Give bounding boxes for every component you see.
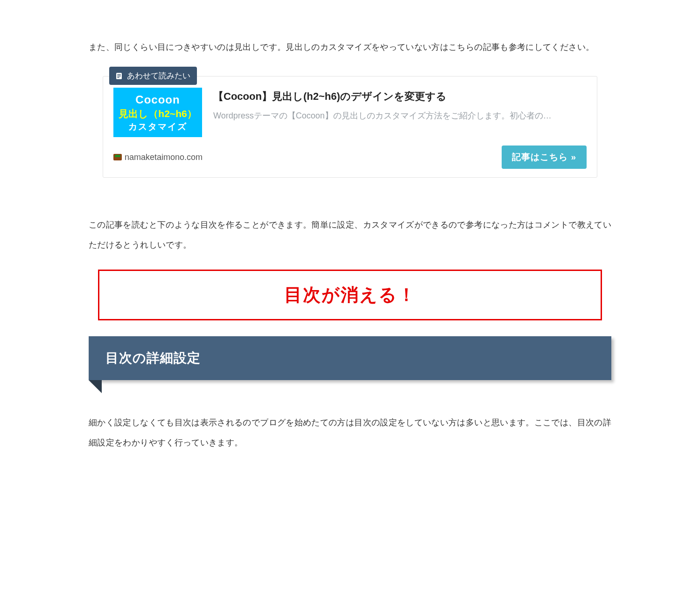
- warning-banner-text: 目次が消える！: [284, 285, 416, 305]
- card-title: 【Cocoon】見出し(h2~h6)のデザインを変更する: [213, 90, 587, 104]
- card-domain: namaketaimono.com: [113, 152, 203, 162]
- intro-paragraph: また、同じくらい目につきやすいのは見出しです。見出しのカスタマイズをやっていない…: [89, 37, 611, 57]
- card-inner: Cocoon 見出し（h2~h6） カスタマイズ 【Cocoon】見出し(h2~…: [103, 76, 597, 178]
- card-thumbnail: Cocoon 見出し（h2~h6） カスタマイズ: [113, 88, 202, 137]
- spacer: [89, 201, 611, 215]
- favicon-icon: [113, 154, 122, 160]
- thumb-line-2: 見出し（h2~h6）: [119, 107, 196, 120]
- card-badge: あわせて読みたい: [109, 67, 197, 85]
- warning-banner: 目次が消える！: [98, 270, 602, 320]
- card-top: Cocoon 見出し（h2~h6） カスタマイズ 【Cocoon】見出し(h2~…: [113, 88, 587, 137]
- related-article-card[interactable]: あわせて読みたい Cocoon 見出し（h2~h6） カスタマイズ 【Cocoo…: [103, 76, 597, 178]
- article-body: また、同じくらい目につきやすいのは見出しです。見出しのカスタマイズをやっていない…: [89, 0, 611, 453]
- card-text: 【Cocoon】見出し(h2~h6)のデザインを変更する Wordpressテー…: [202, 88, 587, 137]
- thumb-line-1: Cocoon: [135, 92, 180, 107]
- card-description: Wordpressテーマの【Cocoon】の見出しのカスタマイズ方法をご紹介しま…: [213, 110, 587, 121]
- thumb-line-3: カスタマイズ: [128, 121, 187, 133]
- read-article-button[interactable]: 記事はこちら »: [502, 146, 587, 169]
- section-intro-paragraph: 細かく設定しなくても目次は表示されるのでブログを始めたての方は目次の設定をしてい…: [89, 413, 611, 453]
- svg-rect-2: [117, 76, 121, 76]
- section-heading-wrap: 目次の詳細設定: [89, 336, 611, 380]
- article-icon: [115, 72, 123, 80]
- card-bottom: namaketaimono.com 記事はこちら »: [113, 146, 587, 169]
- spacer: [89, 399, 611, 413]
- card-domain-text: namaketaimono.com: [125, 152, 203, 162]
- svg-rect-1: [117, 74, 121, 75]
- svg-rect-3: [117, 77, 119, 78]
- card-badge-label: あわせて読みたい: [127, 70, 190, 81]
- section-heading: 目次の詳細設定: [89, 336, 611, 380]
- result-paragraph: この記事を読むと下のような目次を作ることができます。簡単に設定、カスタマイズがで…: [89, 215, 611, 255]
